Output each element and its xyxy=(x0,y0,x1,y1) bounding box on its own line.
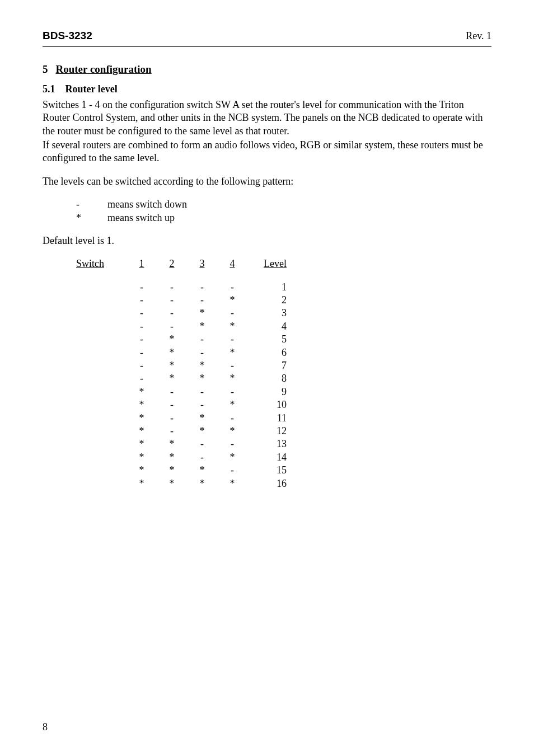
col-1: 1 xyxy=(127,257,157,270)
level-cell: 3 xyxy=(247,307,290,320)
switch-cell: - xyxy=(217,307,247,320)
switch-cell: * xyxy=(217,320,247,333)
switch-cell: - xyxy=(157,281,187,294)
switch-cell: - xyxy=(157,398,187,411)
row-label xyxy=(76,346,127,359)
switch-cell: * xyxy=(187,425,217,438)
table-header-row: Switch 1 2 3 4 Level xyxy=(76,257,290,270)
switch-cell: * xyxy=(127,425,157,438)
switch-cell: - xyxy=(217,412,247,425)
col-2: 2 xyxy=(157,257,187,270)
switch-cell: - xyxy=(217,281,247,294)
switch-cell: * xyxy=(217,346,247,359)
switch-cell: * xyxy=(127,412,157,425)
table-row: **--13 xyxy=(76,438,290,450)
row-label xyxy=(76,333,127,346)
legend-down-symbol: - xyxy=(76,198,107,211)
row-label xyxy=(76,281,127,294)
switch-cell: - xyxy=(187,294,217,307)
table-row: *-*-11 xyxy=(76,412,290,425)
table-row: *-**12 xyxy=(76,425,290,438)
switch-cell: - xyxy=(217,333,247,346)
switch-cell: * xyxy=(217,425,247,438)
switch-cell: * xyxy=(187,359,217,372)
paragraph-2: If several routers are combined to form … xyxy=(43,139,491,165)
level-cell: 1 xyxy=(247,281,290,294)
switch-cell: * xyxy=(217,477,247,490)
switch-cell: * xyxy=(217,294,247,307)
table-row: --*-3 xyxy=(76,307,290,320)
switch-cell: * xyxy=(187,307,217,320)
switch-cell: * xyxy=(157,372,187,385)
level-cell: 2 xyxy=(247,294,290,307)
switch-cell: - xyxy=(157,294,187,307)
switch-cell: * xyxy=(157,333,187,346)
legend-up-text: means switch up xyxy=(107,212,175,223)
switch-cell: * xyxy=(217,451,247,464)
switch-cell: * xyxy=(157,477,187,490)
switch-cell: - xyxy=(187,386,217,398)
level-cell: 8 xyxy=(247,372,290,385)
paragraph-3: The levels can be switched according to … xyxy=(43,175,491,188)
level-cell: 9 xyxy=(247,386,290,398)
section-title: 5Router configuration xyxy=(43,63,491,77)
switch-cell: - xyxy=(217,359,247,372)
switch-cell: - xyxy=(187,346,217,359)
switch-cell: * xyxy=(127,477,157,490)
switch-cell: * xyxy=(217,398,247,411)
level-cell: 15 xyxy=(247,464,290,477)
switch-cell: - xyxy=(187,281,217,294)
table-row: -*--5 xyxy=(76,333,290,346)
switch-cell: * xyxy=(187,412,217,425)
legend-down: -means switch down xyxy=(43,198,491,211)
page-number: 8 xyxy=(43,721,48,734)
switch-cell: - xyxy=(217,386,247,398)
legend-down-text: means switch down xyxy=(107,199,187,210)
legend-up: *means switch up xyxy=(43,212,491,224)
switch-cell: * xyxy=(187,372,217,385)
switch-cell: * xyxy=(187,320,217,333)
switch-cell: - xyxy=(127,346,157,359)
table-row: --**4 xyxy=(76,320,290,333)
switch-cell: * xyxy=(157,464,187,477)
col-level: Level xyxy=(247,257,290,270)
paragraph-1: Switches 1 - 4 on the configuration swit… xyxy=(43,98,491,138)
switch-cell: - xyxy=(127,307,157,320)
section-text: Router configuration xyxy=(56,63,152,75)
row-label xyxy=(76,425,127,438)
table-row: -**-7 xyxy=(76,359,290,372)
switch-cell: - xyxy=(217,438,247,450)
switch-level-table: Switch 1 2 3 4 Level ----1---*2--*-3--**… xyxy=(76,257,290,490)
table-row: -*-*6 xyxy=(76,346,290,359)
row-label xyxy=(76,372,127,385)
level-cell: 11 xyxy=(247,412,290,425)
row-label xyxy=(76,307,127,320)
row-label xyxy=(76,398,127,411)
switch-cell: * xyxy=(127,464,157,477)
level-cell: 14 xyxy=(247,451,290,464)
switch-cell: - xyxy=(127,320,157,333)
switch-cell: * xyxy=(157,451,187,464)
switch-cell: - xyxy=(217,464,247,477)
level-cell: 12 xyxy=(247,425,290,438)
page: BDS-3232 Rev. 1 5Router configuration 5.… xyxy=(0,0,534,756)
switch-cell: - xyxy=(127,372,157,385)
switch-cell: * xyxy=(157,359,187,372)
switch-cell: * xyxy=(187,464,217,477)
table-row: ---*2 xyxy=(76,294,290,307)
switch-cell: - xyxy=(187,438,217,450)
row-label xyxy=(76,412,127,425)
row-label xyxy=(76,477,127,490)
switch-cell: - xyxy=(157,320,187,333)
switch-cell: * xyxy=(127,451,157,464)
switch-cell: - xyxy=(187,398,217,411)
table-row: **-*14 xyxy=(76,451,290,464)
switch-cell: * xyxy=(127,438,157,450)
row-label xyxy=(76,359,127,372)
switch-cell: * xyxy=(157,346,187,359)
level-cell: 10 xyxy=(247,398,290,411)
level-cell: 5 xyxy=(247,333,290,346)
default-level: Default level is 1. xyxy=(43,234,491,247)
row-label xyxy=(76,438,127,450)
switch-cell: * xyxy=(127,386,157,398)
